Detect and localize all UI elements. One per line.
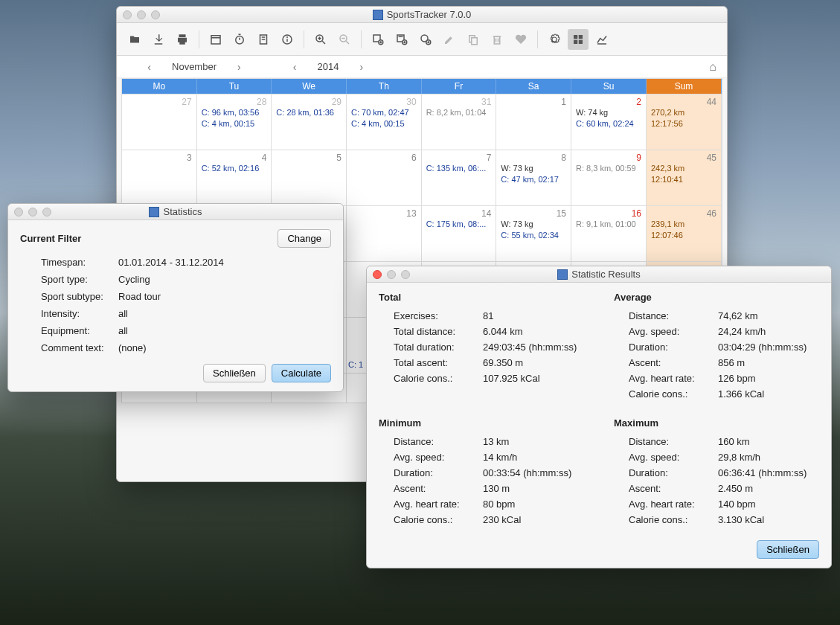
prev-month[interactable]: ‹	[147, 61, 151, 73]
app-icon	[373, 10, 383, 20]
close-button[interactable]: Schließen	[757, 540, 819, 559]
day-header: We	[272, 79, 347, 94]
cal-cell[interactable]: 27	[122, 94, 197, 150]
next-month[interactable]: ›	[237, 61, 241, 73]
zoom-in-icon[interactable]	[310, 29, 331, 50]
svg-rect-33	[494, 36, 500, 44]
cal-cell[interactable]: 13	[347, 205, 422, 261]
label: Ascent:	[629, 483, 718, 494]
cal-sum-cell[interactable]: 44270,2 km12:17:56	[647, 94, 722, 150]
calculate-button[interactable]: Calculate	[272, 364, 331, 382]
add2-icon[interactable]	[391, 29, 412, 50]
min-traffic[interactable]	[387, 270, 396, 279]
chart-view-icon[interactable]	[591, 29, 612, 50]
heart-icon[interactable]	[510, 29, 531, 50]
label: Calorie cons.:	[629, 514, 718, 525]
calendar-icon[interactable]	[205, 29, 226, 50]
copy-icon[interactable]	[463, 29, 484, 50]
label: Ascent:	[629, 357, 718, 368]
value: 29,8 km/h	[718, 452, 819, 463]
label: Total distance:	[394, 326, 483, 337]
zoom-traffic[interactable]	[401, 270, 410, 279]
section-avg: Average	[614, 292, 819, 303]
value: (none)	[118, 342, 147, 353]
partial-entry: C: 1	[348, 360, 363, 369]
save-icon[interactable]	[148, 29, 169, 50]
cal-cell[interactable]: 28C: 96 km, 03:56C: 4 km, 00:15	[197, 94, 272, 150]
cal-sum-cell[interactable]: 45242,3 km12:10:41	[647, 150, 722, 205]
cal-cell[interactable]: 9R: 8,3 km, 00:59	[571, 150, 647, 205]
cal-cell[interactable]: 3	[122, 150, 197, 205]
prev-year[interactable]: ‹	[293, 61, 297, 73]
label: Sport subtype:	[41, 291, 118, 302]
close-traffic[interactable]	[373, 270, 382, 279]
zoom-traffic[interactable]	[42, 208, 51, 217]
label: Duration:	[629, 467, 718, 478]
label: Calorie cons.:	[394, 514, 483, 525]
value: 03:04:29 (hh:mm:ss)	[718, 342, 819, 353]
value: 3.130 kCal	[718, 514, 819, 525]
cal-sum-cell[interactable]: 46239,1 km12:07:46	[647, 205, 722, 261]
cal-cell[interactable]: 4C: 52 km, 02:16	[197, 150, 272, 205]
value: 1.366 kCal	[718, 388, 819, 400]
min-traffic[interactable]	[28, 208, 37, 217]
zoom-out-icon[interactable]	[334, 29, 355, 50]
titlebar: SportsTracker 7.0.0	[117, 7, 727, 23]
value: Cycling	[118, 274, 150, 285]
edit-icon[interactable]	[439, 29, 460, 50]
cal-cell[interactable]: 5	[272, 150, 347, 205]
note-icon[interactable]	[253, 29, 274, 50]
cal-cell[interactable]: 14C: 175 km, 08:...	[422, 205, 497, 261]
cal-cell[interactable]: 30C: 70 km, 02:47C: 4 km, 00:15	[347, 94, 422, 150]
results-dialog: Statistic Results Total Exercises:81 Tot…	[366, 266, 832, 568]
label: Duration:	[629, 342, 718, 353]
value: all	[118, 325, 128, 336]
next-year[interactable]: ›	[359, 61, 363, 73]
print-icon[interactable]	[172, 29, 193, 50]
stopwatch-icon[interactable]	[229, 29, 250, 50]
change-button[interactable]: Change	[278, 229, 331, 248]
value: 2.450 m	[718, 483, 819, 494]
grid-view-icon[interactable]	[568, 29, 589, 50]
day-header: Th	[347, 79, 422, 94]
cal-cell[interactable]: 15W: 73 kgC: 55 km, 02:34	[496, 205, 571, 261]
label: Calorie cons.:	[394, 373, 483, 384]
value: 81	[483, 310, 584, 321]
close-traffic[interactable]	[14, 208, 23, 217]
cal-cell[interactable]: 29C: 28 km, 01:36	[272, 94, 347, 150]
window-title: SportsTracker 7.0.0	[387, 9, 472, 20]
add3-icon[interactable]	[415, 29, 436, 50]
cal-cell[interactable]: 2W: 74 kgC: 60 km, 02:24	[571, 94, 647, 150]
cal-cell[interactable]: 8W: 73 kgC: 47 km, 02:17	[496, 150, 571, 205]
value: 24,24 km/h	[718, 326, 819, 337]
section-max: Maximum	[614, 417, 819, 429]
label: Total duration:	[394, 342, 483, 353]
cal-cell[interactable]: 16R: 9,1 km, 01:00	[571, 205, 647, 261]
cal-cell[interactable]: 6	[347, 150, 422, 205]
close-traffic[interactable]	[123, 10, 132, 19]
section-min: Minimum	[379, 417, 584, 429]
open-icon[interactable]	[124, 29, 145, 50]
delete-icon[interactable]	[487, 29, 507, 50]
add-icon[interactable]	[368, 29, 388, 50]
label: Equipment:	[41, 325, 118, 336]
cal-cell[interactable]: 1	[496, 94, 571, 150]
value: 69.350 m	[483, 357, 584, 368]
gear-icon[interactable]	[544, 29, 565, 50]
value: 160 km	[718, 436, 819, 447]
titlebar: Statistics	[8, 204, 343, 220]
value: 80 bpm	[483, 499, 584, 510]
cal-cell[interactable]: 31R: 8,2 km, 01:04	[422, 94, 497, 150]
label: Avg. heart rate:	[394, 499, 483, 510]
day-header: Mo	[122, 79, 197, 94]
close-button[interactable]: Schließen	[203, 364, 266, 382]
svg-rect-37	[574, 35, 577, 39]
zoom-traffic[interactable]	[151, 10, 160, 19]
value: 126 bpm	[718, 373, 819, 384]
min-traffic[interactable]	[137, 10, 146, 19]
home-icon[interactable]: ⌂	[709, 60, 716, 74]
info-icon[interactable]	[277, 29, 298, 50]
day-header: Sum	[647, 79, 722, 94]
label: Avg. speed:	[629, 452, 718, 463]
cal-cell[interactable]: 7C: 135 km, 06:...	[422, 150, 497, 205]
